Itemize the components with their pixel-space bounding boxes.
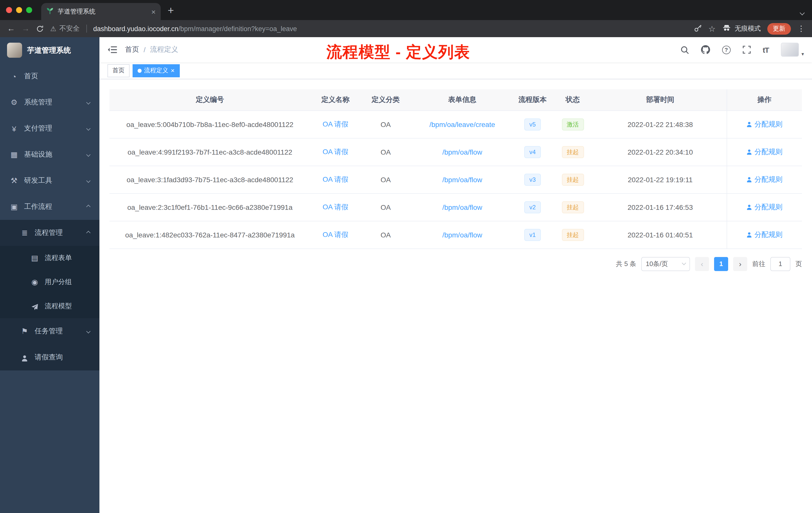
assign-rule-button[interactable]: 分配规则: [747, 120, 783, 128]
tab-close-icon[interactable]: ×: [151, 7, 156, 16]
sidebar-item-user-group[interactable]: ◉ 用户分组: [0, 270, 99, 294]
prev-page-button[interactable]: ‹: [695, 257, 709, 271]
new-tab-button[interactable]: +: [168, 5, 174, 15]
sidebar-item-label: 支付管理: [24, 124, 52, 133]
close-window-button[interactable]: [6, 7, 12, 13]
security-indicator[interactable]: ⚠ 不安全: [50, 24, 80, 33]
sidebar-item-leave-query[interactable]: 请假查询: [0, 344, 99, 370]
pagination: 共 5 条 10条/页 ‹ 1 › 前往 页: [110, 257, 802, 271]
close-icon[interactable]: ×: [171, 67, 174, 74]
sidebar-item-workflow[interactable]: ▣ 工作流程: [0, 194, 99, 220]
version-tag: v5: [524, 118, 541, 130]
font-size-icon[interactable]: tT: [763, 46, 769, 54]
definition-name-link[interactable]: OA 请假: [323, 147, 348, 155]
definition-name-link[interactable]: OA 请假: [323, 120, 348, 128]
breadcrumb-home[interactable]: 首页: [125, 45, 139, 54]
user-menu[interactable]: ▾: [781, 43, 804, 57]
browser-window: 芋道管理系统 × + ← → ⚠ 不安全 dashboard.yudao.ioc…: [0, 0, 812, 513]
send-icon: [30, 302, 39, 310]
definition-category: OA: [360, 221, 411, 248]
url-path: /bpm/manager/definition?key=oa_leave: [178, 25, 297, 32]
form-link[interactable]: /bpm/oa/flow: [442, 175, 482, 183]
form-link[interactable]: /bpm/oa/flow: [442, 203, 482, 211]
header-actions: ? tT ▾: [680, 43, 804, 57]
browser-tab[interactable]: 芋道管理系统 ×: [41, 3, 161, 20]
status-badge: 挂起: [562, 146, 584, 158]
tag-home[interactable]: 首页: [108, 64, 129, 77]
deploy-time: 2022-01-22 20:34:10: [594, 138, 727, 165]
sidebar-item-payment[interactable]: ¥ 支付管理: [0, 116, 99, 142]
status-badge: 挂起: [562, 229, 584, 241]
address-bar[interactable]: dashboard.yudao.iocoder.cn/bpm/manager/d…: [93, 25, 687, 32]
sidebar-item-process-model[interactable]: 流程模型: [0, 294, 99, 318]
maximize-window-button[interactable]: [26, 7, 32, 13]
assign-rule-label: 分配规则: [754, 175, 783, 183]
assign-rule-button[interactable]: 分配规则: [747, 147, 783, 155]
deploy-time: 2022-01-16 17:46:53: [594, 193, 727, 221]
page-size-select[interactable]: 10条/页: [641, 257, 690, 271]
sidebar: 芋道管理系统 ◔ 首页 ⚙ 系统管理 ¥ 支付管理 ▦ 基础设施: [0, 37, 99, 513]
assign-rule-button[interactable]: 分配规则: [747, 175, 783, 183]
warning-icon: ⚠: [50, 25, 56, 33]
definition-category: OA: [360, 111, 411, 138]
sidebar-item-process-management[interactable]: ≣ 流程管理: [0, 220, 99, 246]
github-icon[interactable]: [701, 45, 710, 54]
sidebar-item-process-form[interactable]: ▤ 流程表单: [0, 246, 99, 270]
flag-icon: ⚑: [20, 327, 29, 336]
table-cell: OA 请假: [310, 111, 360, 138]
chevron-down-icon: [86, 100, 91, 105]
search-icon[interactable]: [680, 46, 689, 54]
back-button[interactable]: ←: [7, 25, 15, 33]
toolbar-right: ☆ 无痕模式 更新 ⋮: [694, 23, 805, 34]
sidebar-item-task-management[interactable]: ⚑ 任务管理: [0, 318, 99, 344]
definition-name-link[interactable]: OA 请假: [323, 203, 348, 211]
table-cell: 挂起: [551, 138, 594, 165]
col-header-status: 状态: [551, 89, 594, 111]
table-cell: 分配规则: [727, 138, 802, 165]
table-cell: v5: [514, 111, 551, 138]
tag-label: 流程定义: [144, 66, 168, 75]
page-content: 定义编号 定义名称 定义分类 表单信息 流程版本 状态 部署时间 操作 oa_l: [99, 79, 812, 513]
password-key-icon[interactable]: [694, 24, 702, 33]
form-link[interactable]: /bpm/oa/flow: [442, 148, 482, 156]
col-header-name: 定义名称: [310, 89, 360, 111]
sidebar-item-system[interactable]: ⚙ 系统管理: [0, 89, 99, 116]
sidebar-toggle-icon[interactable]: [108, 46, 117, 54]
assign-rule-button[interactable]: 分配规则: [747, 203, 783, 211]
tab-search-button[interactable]: [801, 7, 804, 17]
col-header-form: 表单信息: [411, 89, 514, 111]
yen-icon: ¥: [9, 124, 19, 133]
browser-menu-button[interactable]: ⋮: [798, 24, 805, 33]
help-icon[interactable]: ?: [722, 46, 731, 54]
sidebar-item-home[interactable]: ◔ 首页: [0, 63, 99, 89]
tag-process-definition[interactable]: 流程定义 ×: [133, 64, 179, 77]
assign-rule-button[interactable]: 分配规则: [747, 230, 783, 238]
sidebar-item-devtools[interactable]: ⚒ 研发工具: [0, 168, 99, 194]
annotation-overlay: 流程模型 - 定义列表: [326, 42, 470, 63]
reload-button[interactable]: [36, 25, 44, 32]
table-cell: v1: [514, 221, 551, 248]
sidebar-item-infrastructure[interactable]: ▦ 基础设施: [0, 142, 99, 168]
table-header-row: 定义编号 定义名称 定义分类 表单信息 流程版本 状态 部署时间 操作: [110, 89, 802, 111]
definition-category: OA: [360, 138, 411, 165]
tab-favicon-icon: [46, 7, 54, 16]
table-cell: /bpm/oa/flow: [411, 138, 514, 165]
next-page-button[interactable]: ›: [733, 257, 747, 271]
fullscreen-icon[interactable]: [743, 46, 751, 54]
update-button[interactable]: 更新: [767, 23, 791, 34]
page-number-button[interactable]: 1: [714, 257, 728, 271]
minimize-window-button[interactable]: [16, 7, 22, 13]
form-link[interactable]: /bpm/oa/leave/create: [429, 120, 495, 128]
definition-name-link[interactable]: OA 请假: [323, 175, 348, 183]
sidebar-item-label: 研发工具: [24, 176, 52, 185]
goto-page-input[interactable]: [770, 257, 790, 271]
status-badge: 激活: [562, 118, 584, 130]
forward-button[interactable]: →: [22, 25, 30, 33]
table-cell: /bpm/oa/flow: [411, 221, 514, 248]
form-link[interactable]: /bpm/oa/flow: [442, 231, 482, 239]
table-cell: 分配规则: [727, 221, 802, 248]
version-tag: v1: [524, 229, 541, 241]
tag-label: 首页: [113, 66, 124, 75]
bookmark-star-icon[interactable]: ☆: [708, 24, 716, 33]
definition-name-link[interactable]: OA 请假: [323, 230, 348, 238]
